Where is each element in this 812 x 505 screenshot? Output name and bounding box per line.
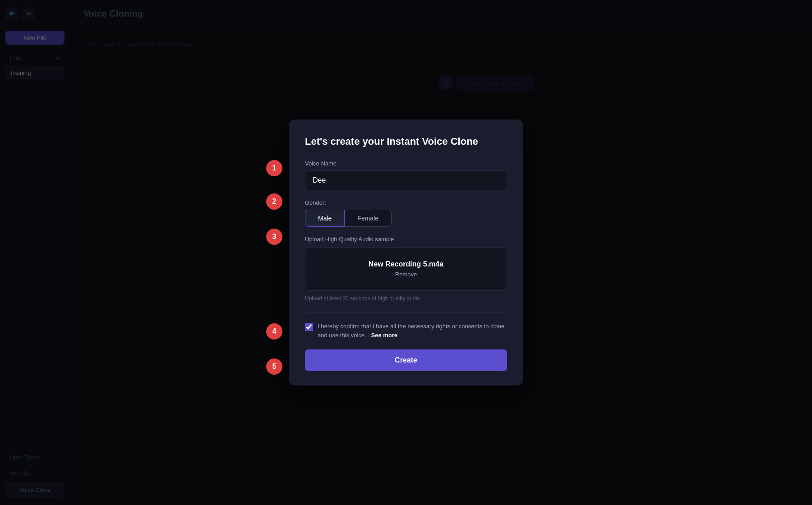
audio-filename: New Recording 5.m4a <box>313 260 499 268</box>
modal-divider <box>305 312 507 313</box>
remove-audio-link[interactable]: Remove <box>313 271 499 278</box>
modal-title: Let's create your Instant Voice Clone <box>305 136 507 147</box>
step-badge-2: 2 <box>266 193 282 210</box>
gender-female-button[interactable]: Female <box>345 210 392 227</box>
step-badge-1: 1 <box>266 160 282 176</box>
gender-selector: Male Female <box>305 210 507 227</box>
create-voice-modal: Let's create your Instant Voice Clone Vo… <box>289 119 523 386</box>
voice-name-input[interactable] <box>305 170 507 190</box>
audio-hint-text: Upload at least 30 seconds of high quali… <box>305 295 507 302</box>
voice-name-label: Voice Name <box>305 160 507 167</box>
consent-text: I hereby confirm that I have all the nec… <box>318 322 507 340</box>
consent-row: I hereby confirm that I have all the nec… <box>305 322 507 340</box>
gender-label: Gender: <box>305 199 507 206</box>
step-badge-3: 3 <box>266 229 282 245</box>
gender-male-button[interactable]: Male <box>305 210 345 227</box>
step-badge-4: 4 <box>266 323 282 340</box>
audio-upload-box[interactable]: New Recording 5.m4a Remove <box>305 247 507 291</box>
consent-checkbox[interactable] <box>305 323 313 331</box>
audio-section-label: Upload High Quality Audio sample <box>305 236 507 243</box>
see-more-link[interactable]: See more <box>371 332 398 339</box>
step-badge-5: 5 <box>266 358 282 375</box>
modal-wrapper: 1 2 3 4 5 Let's create your Instant Voic… <box>289 119 523 386</box>
create-voice-button[interactable]: Create <box>305 349 507 371</box>
modal-overlay: 1 2 3 4 5 Let's create your Instant Voic… <box>0 0 812 505</box>
